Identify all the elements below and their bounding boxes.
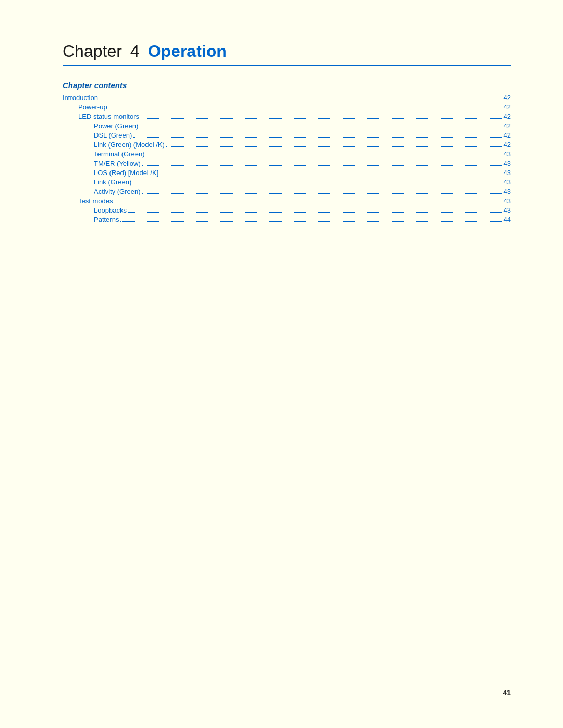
toc-entry[interactable]: Activity (Green)43 bbox=[63, 188, 511, 195]
toc-dots bbox=[142, 193, 502, 194]
toc-entry[interactable]: LOS (Red) [Model /K]43 bbox=[63, 169, 511, 177]
toc-page: 42 bbox=[504, 122, 511, 130]
toc-label: Introduction bbox=[63, 94, 98, 102]
toc-page: 43 bbox=[504, 169, 511, 177]
contents-title: Chapter contents bbox=[63, 81, 511, 90]
toc-label: DSL (Green) bbox=[94, 131, 132, 139]
toc-page: 44 bbox=[504, 216, 511, 224]
toc-entry[interactable]: TM/ER (Yellow)43 bbox=[63, 159, 511, 167]
page-number: 41 bbox=[503, 688, 511, 697]
toc-dots bbox=[166, 146, 502, 147]
toc-dots bbox=[114, 203, 501, 203]
toc-dots bbox=[141, 118, 501, 119]
toc-list: Introduction42Power-up42LED status monit… bbox=[63, 94, 511, 224]
toc-page: 42 bbox=[504, 131, 511, 139]
toc-page: 43 bbox=[504, 159, 511, 167]
toc-label: Patterns bbox=[94, 216, 119, 224]
toc-label: Power-up bbox=[78, 103, 107, 111]
toc-entry[interactable]: Patterns44 bbox=[63, 216, 511, 224]
toc-label: Link (Green) (Model /K) bbox=[94, 141, 165, 149]
toc-label: Activity (Green) bbox=[94, 188, 141, 195]
toc-dots bbox=[109, 109, 502, 109]
toc-page: 42 bbox=[504, 141, 511, 149]
toc-dots bbox=[128, 212, 502, 213]
toc-dots bbox=[142, 165, 502, 166]
toc-page: 42 bbox=[504, 103, 511, 111]
toc-page: 43 bbox=[504, 150, 511, 158]
toc-entry[interactable]: DSL (Green)42 bbox=[63, 131, 511, 139]
toc-label: LOS (Red) [Model /K] bbox=[94, 169, 158, 177]
toc-page: 42 bbox=[504, 94, 511, 102]
toc-page: 42 bbox=[504, 113, 511, 120]
toc-label: Test modes bbox=[78, 197, 113, 205]
toc-entry[interactable]: Link (Green) (Model /K)42 bbox=[63, 141, 511, 149]
chapter-header: Chapter 4 Operation bbox=[63, 42, 511, 61]
toc-page: 43 bbox=[504, 188, 511, 195]
toc-dots bbox=[146, 156, 502, 156]
toc-label: Loopbacks bbox=[94, 206, 127, 214]
toc-label: Link (Green) bbox=[94, 178, 131, 186]
toc-entry[interactable]: Test modes43 bbox=[63, 197, 511, 205]
chapter-divider bbox=[63, 65, 511, 66]
toc-dots bbox=[140, 128, 501, 128]
page: Chapter 4 Operation Chapter contents Int… bbox=[0, 0, 563, 728]
toc-dots bbox=[100, 100, 502, 100]
toc-entry[interactable]: Power-up42 bbox=[63, 103, 511, 111]
toc-label: TM/ER (Yellow) bbox=[94, 159, 141, 167]
toc-dots bbox=[120, 221, 501, 222]
toc-entry[interactable]: LED status monitors42 bbox=[63, 113, 511, 120]
toc-page: 43 bbox=[504, 206, 511, 214]
toc-entry[interactable]: Terminal (Green)43 bbox=[63, 150, 511, 158]
toc-dots bbox=[160, 175, 501, 175]
toc-entry[interactable]: Introduction42 bbox=[63, 94, 511, 102]
toc-entry[interactable]: Loopbacks43 bbox=[63, 206, 511, 214]
toc-entry[interactable]: Power (Green)42 bbox=[63, 122, 511, 130]
toc-page: 43 bbox=[504, 197, 511, 205]
toc-label: Power (Green) bbox=[94, 122, 138, 130]
toc-label: LED status monitors bbox=[78, 113, 139, 120]
toc-page: 43 bbox=[504, 178, 511, 186]
chapter-number-value: 4 bbox=[130, 42, 140, 61]
toc-entry[interactable]: Link (Green)43 bbox=[63, 178, 511, 186]
chapter-number: Chapter bbox=[63, 42, 122, 61]
chapter-title: Operation bbox=[148, 42, 227, 61]
toc-dots bbox=[133, 137, 501, 138]
toc-label: Terminal (Green) bbox=[94, 150, 145, 158]
toc-dots bbox=[133, 184, 501, 184]
